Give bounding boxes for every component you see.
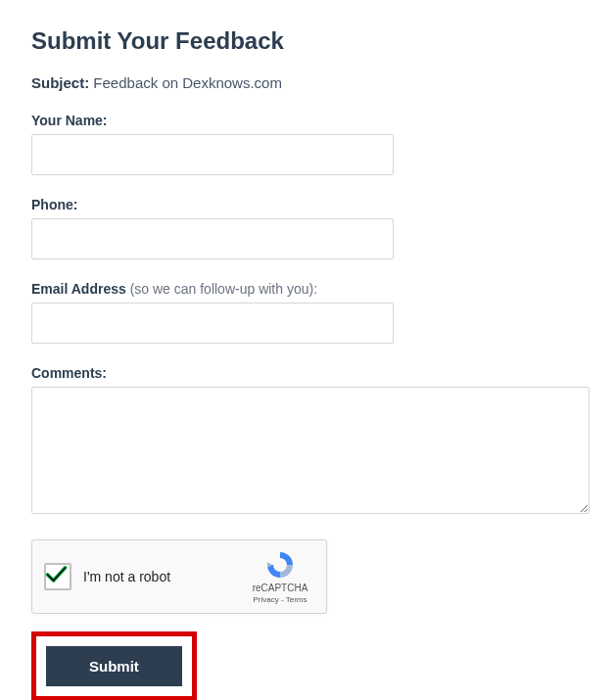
email-label-hint: (so we can follow-up with you): <box>126 281 317 297</box>
recaptcha-brand: reCAPTCHA <box>253 583 308 593</box>
recaptcha-logo: reCAPTCHA Privacy - Terms <box>246 549 314 604</box>
recaptcha-widget: I'm not a robot reCAPTCHA Privacy - Term… <box>31 539 327 614</box>
email-input[interactable] <box>31 303 394 344</box>
recaptcha-checkbox[interactable] <box>44 563 71 590</box>
recaptcha-label: I'm not a robot <box>83 569 246 584</box>
phone-input[interactable] <box>31 218 394 259</box>
checkmark-icon <box>44 559 68 590</box>
submit-button[interactable]: Submit <box>46 646 182 686</box>
subject-value: Feedback on Dexknows.com <box>93 74 282 91</box>
comments-label: Comments: <box>31 365 583 381</box>
email-label-text: Email Address <box>31 281 126 297</box>
name-input[interactable] <box>31 134 394 175</box>
name-label: Your Name: <box>31 113 583 128</box>
phone-label: Phone: <box>31 197 583 212</box>
subject-line: Subject: Feedback on Dexknows.com <box>31 74 583 91</box>
recaptcha-link-separator: - <box>279 595 286 604</box>
submit-highlight-box: Submit <box>31 631 197 700</box>
subject-label: Subject: <box>31 74 89 91</box>
recaptcha-links: Privacy - Terms <box>254 595 307 604</box>
recaptcha-icon <box>264 549 296 581</box>
email-label: Email Address (so we can follow-up with … <box>31 281 583 297</box>
recaptcha-terms-link[interactable]: Terms <box>286 595 307 604</box>
comments-input[interactable] <box>31 387 590 514</box>
recaptcha-privacy-link[interactable]: Privacy <box>254 595 279 604</box>
page-title: Submit Your Feedback <box>31 27 583 55</box>
